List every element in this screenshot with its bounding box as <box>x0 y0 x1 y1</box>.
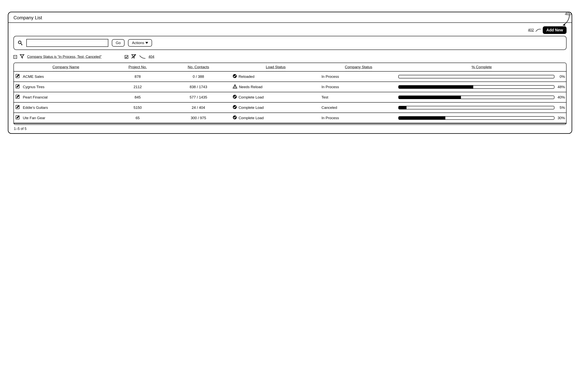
table-footer-bar <box>14 123 566 124</box>
pager-text: 1–5 of 5 <box>13 125 567 131</box>
edit-icon[interactable] <box>15 84 20 89</box>
cell-load-status: Complete Load <box>239 95 264 99</box>
go-button[interactable]: Go <box>112 39 125 47</box>
filter-icon[interactable] <box>20 54 24 60</box>
panel-title: Company List <box>8 12 572 23</box>
cell-company-status: In Process <box>320 113 397 123</box>
leader-line-icon <box>139 55 146 59</box>
search-icon[interactable] <box>18 40 23 45</box>
progress-bar <box>398 106 555 109</box>
load-status-icon <box>233 74 237 79</box>
svg-point-12 <box>235 87 235 88</box>
col-no-contacts[interactable]: No. Contacts <box>165 63 232 71</box>
remove-filter-icon[interactable] <box>131 54 137 60</box>
progress-bar <box>398 116 555 120</box>
cell-company-status: In Process <box>320 71 397 82</box>
callout-figure-label: 400 <box>565 12 572 16</box>
search-input[interactable] <box>26 39 108 47</box>
col-project-no[interactable]: Project No. <box>110 63 165 71</box>
progress-bar <box>398 75 555 78</box>
cell-company-name: Cygnus Tires <box>22 82 110 92</box>
collapse-filter-button[interactable]: − <box>13 55 17 59</box>
col-pct-complete[interactable]: % Complete <box>397 63 566 71</box>
table-row: Peart Financial845577 / 1435Complete Loa… <box>14 92 566 102</box>
cell-company-status: Test <box>320 92 397 102</box>
callout-add-new: 402 <box>528 28 534 32</box>
cell-no-contacts: 300 / 975 <box>165 113 232 123</box>
search-bar: Go Actions <box>13 36 567 50</box>
edit-icon[interactable] <box>15 74 20 79</box>
cell-company-status: Canceled <box>320 102 397 113</box>
cell-pct-complete: 0% <box>556 75 565 79</box>
table-header-row: Company Name Project No. No. Contacts Lo… <box>14 63 566 71</box>
cell-project-no: 65 <box>110 113 165 123</box>
edit-icon[interactable] <box>15 115 20 120</box>
cell-no-contacts: 838 / 1743 <box>165 82 232 92</box>
actions-button[interactable]: Actions <box>128 39 152 47</box>
filter-description-link[interactable]: Company Status is “In Process, Test, Can… <box>27 55 102 59</box>
load-status-icon <box>233 105 237 110</box>
svg-point-1 <box>18 41 21 44</box>
cell-company-name: Ute Fan Gear <box>22 113 110 123</box>
cell-pct-complete: 30% <box>556 116 565 120</box>
col-company-name[interactable]: Company Name <box>22 63 110 71</box>
cell-pct-complete: 48% <box>556 85 565 89</box>
cell-project-no: 845 <box>110 92 165 102</box>
svg-marker-3 <box>21 45 22 45</box>
progress-bar <box>398 96 555 99</box>
table-row: ACME Sales8780 / 388ReloadedIn Process0% <box>14 71 566 82</box>
cell-company-name: Eddie’s Guitars <box>22 102 110 113</box>
table-row: Cygnus Tires2112838 / 1743Needs ReloadIn… <box>14 82 566 92</box>
cell-company-status: In Process <box>320 82 397 92</box>
cell-project-no: 5150 <box>110 102 165 113</box>
company-table: Company Name Project No. No. Contacts Lo… <box>13 63 567 125</box>
load-status-icon <box>233 115 237 120</box>
progress-bar <box>398 85 555 89</box>
cell-project-no: 878 <box>110 71 165 82</box>
col-load-status[interactable]: Load Status <box>231 63 320 71</box>
edit-icon[interactable] <box>15 104 20 110</box>
col-company-status[interactable]: Company Status <box>320 63 397 71</box>
cell-project-no: 2112 <box>110 82 165 92</box>
cell-pct-complete: 40% <box>556 95 565 99</box>
callout-remove-filter: 404 <box>148 55 154 59</box>
load-status-icon <box>233 95 237 100</box>
filter-row: − Company Status is “In Process, Test, C… <box>13 54 567 60</box>
actions-button-label: Actions <box>132 41 144 45</box>
cell-load-status: Complete Load <box>239 105 264 110</box>
cell-no-contacts: 577 / 1435 <box>165 92 232 102</box>
cell-load-status: Reloaded <box>239 75 254 79</box>
filter-enabled-checkbox[interactable] <box>125 55 128 59</box>
load-status-icon <box>233 84 237 90</box>
svg-line-2 <box>21 43 22 45</box>
cell-company-name: Peart Financial <box>22 92 110 102</box>
leader-line-icon <box>535 28 541 32</box>
cell-load-status: Complete Load <box>239 116 264 120</box>
add-new-button[interactable]: Add New <box>543 26 567 34</box>
edit-icon[interactable] <box>15 94 20 99</box>
chevron-down-icon <box>145 42 148 44</box>
cell-load-status: Needs Reload <box>239 85 262 89</box>
cell-no-contacts: 24 / 404 <box>165 102 232 113</box>
table-row: Eddie’s Guitars515024 / 404Complete Load… <box>14 102 566 113</box>
table-row: Ute Fan Gear65300 / 975Complete LoadIn P… <box>14 113 566 123</box>
svg-marker-4 <box>145 42 148 44</box>
cell-no-contacts: 0 / 388 <box>165 71 232 82</box>
cell-pct-complete: 5% <box>556 105 565 110</box>
company-list-panel: Company List 402 Add New Go Actions <box>8 12 572 134</box>
cell-company-name: ACME Sales <box>22 71 110 82</box>
